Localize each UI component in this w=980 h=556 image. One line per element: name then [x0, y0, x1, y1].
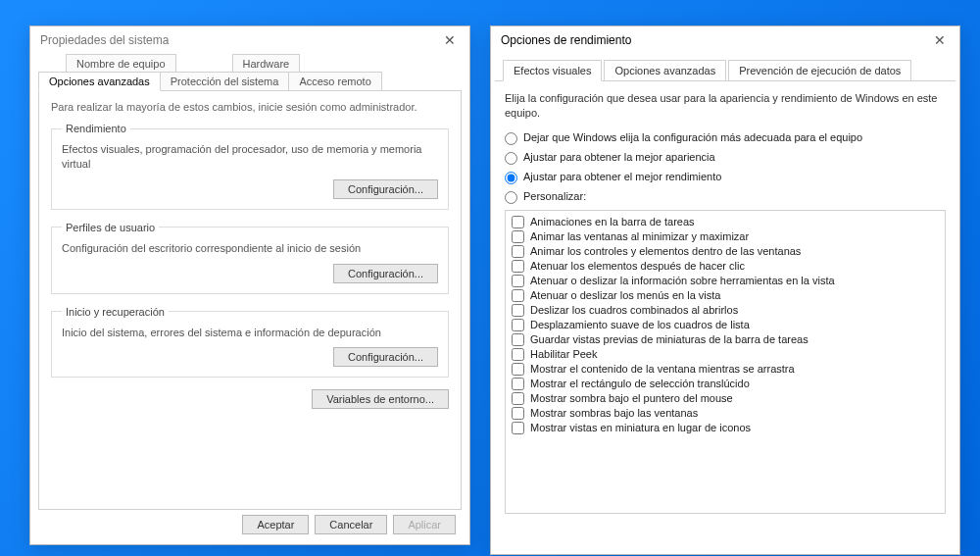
check-item[interactable]: Mostrar sombras bajo las ventanas	[512, 406, 939, 421]
tab-dep[interactable]: Prevención de ejecución de datos	[728, 60, 911, 80]
check-label: Atenuar los elementos después de hacer c…	[530, 260, 745, 272]
dialog-title: Propiedades del sistema	[40, 33, 169, 47]
checkbox-input[interactable]	[512, 333, 524, 346]
dialog-title: Opciones de rendimiento	[501, 33, 631, 47]
radio-label: Ajustar para obtener la mejor apariencia	[523, 151, 715, 163]
check-item[interactable]: Animar las ventanas al minimizar y maxim…	[512, 229, 939, 244]
check-label: Animaciones en la barra de tareas	[530, 216, 695, 227]
check-item[interactable]: Mostrar sombra bajo el puntero del mouse	[512, 391, 939, 406]
group-perfiles: Perfiles de usuario Configuración del es…	[51, 222, 449, 294]
intro-text: Elija la configuración que desea usar pa…	[505, 91, 946, 122]
check-item[interactable]: Animaciones en la barra de tareas	[512, 215, 939, 229]
tab-acceso-remoto[interactable]: Acceso remoto	[288, 72, 381, 91]
desc-inicio: Inicio del sistema, errores del sistema …	[62, 326, 438, 340]
check-label: Animar las ventanas al minimizar y maxim…	[530, 230, 749, 242]
radio-input[interactable]	[505, 191, 517, 204]
check-item[interactable]: Atenuar o deslizar la información sobre …	[512, 274, 939, 288]
tab-row-bottom: Opciones avanzadas Protección del sistem…	[30, 72, 469, 91]
tab-opciones-avanzadas[interactable]: Opciones avanzadas	[604, 60, 726, 80]
radio-best-appearance[interactable]: Ajustar para obtener la mejor apariencia	[505, 151, 946, 165]
radio-label: Ajustar para obtener el mejor rendimient…	[523, 171, 721, 182]
titlebar: Opciones de rendimiento ✕	[491, 26, 959, 54]
checkbox-input[interactable]	[512, 392, 524, 405]
system-properties-dialog: Propiedades del sistema ✕ Nombre de equi…	[29, 25, 470, 545]
tab-panel: Para realizar la mayoría de estos cambio…	[38, 90, 462, 510]
desc-perfiles: Configuración del escritorio correspondi…	[62, 241, 438, 256]
checkbox-input[interactable]	[512, 275, 524, 287]
ok-button[interactable]: Aceptar	[242, 515, 309, 534]
check-item[interactable]: Mostrar vistas en miniatura en lugar de …	[512, 421, 939, 435]
env-vars-button[interactable]: Variables de entorno...	[312, 389, 449, 409]
close-icon[interactable]: ✕	[930, 32, 950, 48]
apply-button[interactable]: Aplicar	[393, 515, 456, 534]
check-label: Guardar vistas previas de miniaturas de …	[530, 333, 808, 345]
radio-let-windows[interactable]: Dejar que Windows elija la configuración…	[505, 131, 946, 145]
dialog-button-row: Aceptar Cancelar Aplicar	[242, 515, 456, 534]
cancel-button[interactable]: Cancelar	[315, 515, 387, 534]
check-label: Mostrar sombra bajo el puntero del mouse	[530, 392, 733, 404]
check-label: Atenuar o deslizar la información sobre …	[530, 275, 835, 286]
tab-nombre-equipo[interactable]: Nombre de equipo	[66, 54, 176, 73]
checkbox-input[interactable]	[512, 348, 524, 361]
tab-opciones-avanzadas[interactable]: Opciones avanzadas	[38, 72, 161, 91]
config-inicio-button[interactable]: Configuración...	[333, 347, 438, 367]
checkbox-input[interactable]	[512, 304, 524, 317]
check-label: Mostrar el rectángulo de selección trans…	[530, 378, 750, 389]
visual-effects-list[interactable]: Animaciones en la barra de tareasAnimar …	[505, 210, 946, 514]
group-inicio: Inicio y recuperación Inicio del sistema…	[51, 306, 449, 379]
check-label: Mostrar el contenido de la ventana mient…	[530, 363, 795, 375]
check-item[interactable]: Atenuar los elementos después de hacer c…	[512, 259, 939, 274]
check-label: Atenuar o deslizar los menús en la vista	[530, 289, 720, 301]
checkbox-input[interactable]	[512, 245, 524, 258]
legend-inicio: Inicio y recuperación	[62, 306, 169, 318]
checkbox-input[interactable]	[512, 216, 524, 228]
radio-best-performance[interactable]: Ajustar para obtener el mejor rendimient…	[505, 171, 946, 184]
legend-perfiles: Perfiles de usuario	[62, 222, 159, 233]
check-label: Deslizar los cuadros combinados al abrir…	[530, 304, 738, 316]
check-item[interactable]: Deslizar los cuadros combinados al abrir…	[512, 303, 939, 318]
checkbox-input[interactable]	[512, 363, 524, 376]
check-item[interactable]: Guardar vistas previas de miniaturas de …	[512, 332, 939, 347]
check-label: Mostrar vistas en miniatura en lugar de …	[530, 422, 751, 433]
radio-input[interactable]	[505, 132, 517, 145]
admin-note: Para realizar la mayoría de estos cambio…	[51, 101, 449, 113]
performance-options-dialog: Opciones de rendimiento ✕ Efectos visual…	[490, 25, 960, 555]
checkbox-input[interactable]	[512, 407, 524, 420]
radio-input[interactable]	[505, 172, 517, 184]
tab-proteccion-sistema[interactable]: Protección del sistema	[160, 72, 290, 91]
config-rendimiento-button[interactable]: Configuración...	[333, 179, 438, 199]
check-label: Mostrar sombras bajo las ventanas	[530, 407, 698, 419]
check-item[interactable]: Atenuar o deslizar los menús en la vista	[512, 288, 939, 303]
check-label: Habilitar Peek	[530, 348, 597, 360]
tab-row-top: Nombre de equipo Hardware	[30, 54, 469, 73]
check-item[interactable]: Mostrar el rectángulo de selección trans…	[512, 377, 939, 391]
check-item[interactable]: Animar los controles y elementos dentro …	[512, 244, 939, 259]
group-rendimiento: Rendimiento Efectos visuales, programaci…	[51, 123, 449, 210]
check-item[interactable]: Desplazamiento suave de los cuadros de l…	[512, 318, 939, 332]
close-icon[interactable]: ✕	[440, 32, 460, 48]
tab-panel: Elija la configuración que desea usar pa…	[491, 81, 959, 524]
check-item[interactable]: Habilitar Peek	[512, 347, 939, 362]
radio-label: Personalizar:	[523, 190, 586, 202]
checkbox-input[interactable]	[512, 378, 524, 390]
check-item[interactable]: Mostrar el contenido de la ventana mient…	[512, 362, 939, 377]
checkbox-input[interactable]	[512, 230, 524, 243]
checkbox-input[interactable]	[512, 422, 524, 434]
checkbox-input[interactable]	[512, 319, 524, 331]
checkbox-input[interactable]	[512, 289, 524, 302]
config-perfiles-button[interactable]: Configuración...	[333, 264, 438, 283]
tab-row: Efectos visuales Opciones avanzadas Prev…	[495, 54, 956, 81]
tab-hardware[interactable]: Hardware	[232, 54, 301, 73]
titlebar: Propiedades del sistema ✕	[30, 26, 469, 54]
radio-custom[interactable]: Personalizar:	[505, 190, 946, 204]
checkbox-input[interactable]	[512, 260, 524, 273]
desc-rendimiento: Efectos visuales, programación del proce…	[62, 142, 438, 172]
tab-efectos-visuales[interactable]: Efectos visuales	[503, 60, 602, 81]
radio-input[interactable]	[505, 152, 517, 165]
legend-rendimiento: Rendimiento	[62, 123, 130, 134]
radio-label: Dejar que Windows elija la configuración…	[523, 131, 862, 143]
check-label: Desplazamiento suave de los cuadros de l…	[530, 319, 750, 330]
check-label: Animar los controles y elementos dentro …	[530, 245, 801, 257]
